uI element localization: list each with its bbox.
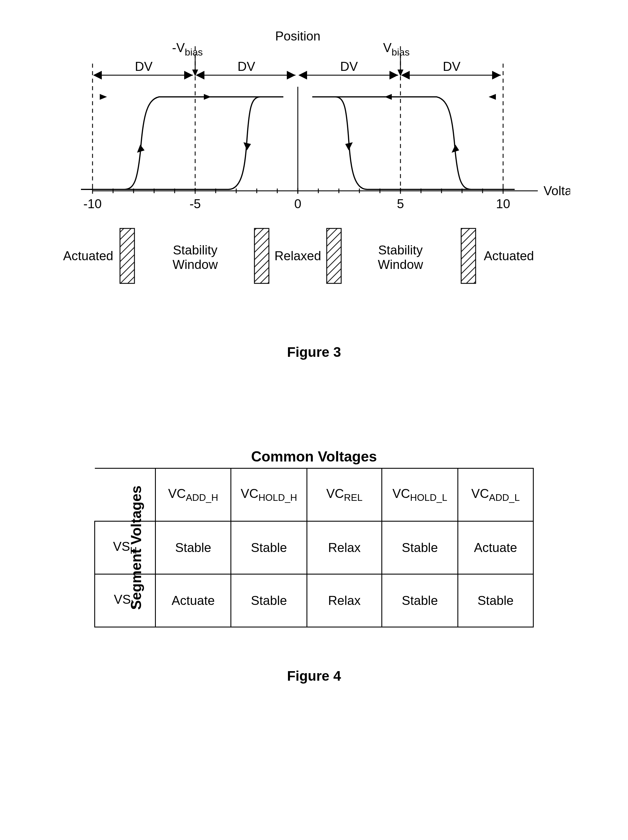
tick-p10: 10	[496, 197, 510, 211]
figure-4: Common Voltages Segment Voltages VCADD_H…	[58, 448, 570, 684]
hatch-bar	[327, 229, 341, 283]
common-voltages-title: Common Voltages	[58, 448, 570, 465]
region-stability-left-l1: Stability	[173, 243, 218, 257]
row-vs-h: VSH	[95, 521, 156, 574]
svg-marker-36	[204, 94, 211, 100]
figure-3-caption: Figure 3	[58, 344, 570, 360]
svg-marker-32	[193, 70, 197, 75]
dv-4: DV	[443, 59, 461, 73]
hatch-bar	[461, 229, 476, 283]
cell-r2c4: Stable	[382, 574, 458, 627]
svg-marker-42	[489, 94, 496, 100]
region-actuated-right: Actuated	[484, 249, 534, 263]
svg-marker-39	[385, 94, 392, 100]
col-vc-add-l: VCADD_L	[458, 469, 533, 521]
region-actuated-left: Actuated	[63, 249, 114, 263]
region-stability-left-l2: Window	[173, 257, 218, 272]
svg-marker-41	[100, 94, 107, 100]
x-axis-label: Voltage	[544, 184, 570, 198]
cell-r2c2: Stable	[231, 574, 307, 627]
region-relaxed: Relaxed	[275, 249, 321, 263]
cell-r1c3: Relax	[307, 521, 382, 574]
cell-r1c4: Stable	[382, 521, 458, 574]
col-vc-rel: VCREL	[307, 469, 382, 521]
tick-p5: 5	[397, 197, 404, 211]
tick-m10: -10	[83, 197, 102, 211]
figure-4-caption: Figure 4	[58, 668, 570, 684]
cell-r1c2: Stable	[231, 521, 307, 574]
hysteresis-plot: -10 -5 0 5 10 Position Voltage -Vbias Vb…	[58, 29, 570, 318]
region-stability-right-l2: Window	[378, 257, 423, 272]
hatch-bar	[120, 229, 134, 283]
region-stability-right-l1: Stability	[378, 243, 423, 257]
svg-marker-35	[137, 145, 145, 153]
figure-3: -10 -5 0 5 10 Position Voltage -Vbias Vb…	[58, 29, 570, 360]
voltage-state-table: VCADD_H VCHOLD_H VCREL VCHOLD_L VCADD_L …	[94, 468, 534, 627]
vbias-neg-label: -Vbias	[172, 41, 203, 58]
tick-0: 0	[294, 197, 301, 211]
cell-r1c1: Stable	[155, 521, 231, 574]
y-axis-label: Position	[275, 29, 321, 43]
svg-marker-37	[243, 142, 251, 150]
row-vs-l: VSL	[95, 574, 156, 627]
svg-marker-38	[345, 142, 353, 150]
dv-3: DV	[340, 59, 358, 73]
col-vc-hold-l: VCHOLD_L	[382, 469, 458, 521]
cell-r2c5: Stable	[458, 574, 533, 627]
svg-marker-40	[451, 145, 459, 153]
dv-2: DV	[237, 59, 255, 73]
segment-voltages-title: Segment Voltages	[128, 485, 145, 610]
tick-m5: -5	[189, 197, 200, 211]
svg-marker-34	[398, 70, 403, 75]
hatch-bar	[254, 229, 269, 283]
cell-r1c5: Actuate	[458, 521, 533, 574]
cell-r2c3: Relax	[307, 574, 382, 627]
col-vc-add-h: VCADD_H	[155, 469, 231, 521]
dv-1: DV	[135, 59, 153, 73]
vbias-pos-label: Vbias	[383, 41, 410, 58]
col-vc-hold-h: VCHOLD_H	[231, 469, 307, 521]
cell-r2c1: Actuate	[155, 574, 231, 627]
